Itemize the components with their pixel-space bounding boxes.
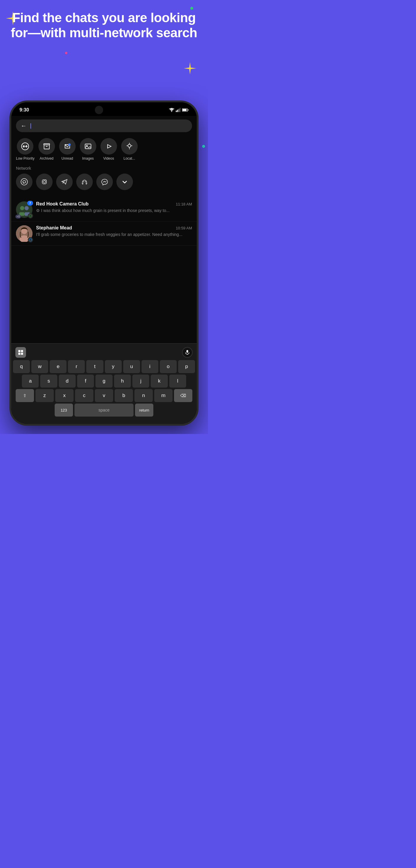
avatar-count: +8: [15, 215, 21, 218]
chat-preview: ⚙ I was think about how much grain is pr…: [36, 208, 192, 214]
svg-point-28: [83, 182, 84, 182]
delete-key[interactable]: ⌫: [174, 389, 192, 402]
low-priority-icon: [17, 138, 33, 155]
key-m[interactable]: m: [154, 389, 172, 402]
back-button[interactable]: ←: [21, 122, 27, 129]
filter-archived[interactable]: Archived: [38, 138, 55, 160]
keyboard-mic-button[interactable]: [182, 347, 193, 358]
chat-item[interactable]: +8 7 Red Hook Camera Club: [11, 198, 197, 222]
status-bar: 9:30: [11, 102, 197, 116]
svg-rect-41: [21, 350, 23, 352]
svg-rect-24: [42, 180, 46, 184]
key-b[interactable]: b: [115, 389, 133, 402]
chat-content-2: Stephanie Mead 10:59 AM I'll grab some g…: [36, 225, 192, 238]
key-u[interactable]: u: [123, 360, 140, 373]
svg-marker-17: [107, 145, 111, 148]
key-x[interactable]: x: [55, 389, 73, 402]
svg-rect-1: [176, 111, 177, 112]
key-y[interactable]: y: [105, 360, 122, 373]
key-p[interactable]: p: [178, 360, 195, 373]
svg-rect-42: [18, 353, 21, 355]
key-g[interactable]: g: [95, 375, 112, 388]
search-input[interactable]: [30, 123, 187, 129]
chat-name-2: Stephanie Mead: [36, 225, 72, 230]
dot-pink: [65, 52, 67, 54]
svg-point-14: [68, 144, 71, 146]
whatsapp-badge: [28, 213, 33, 218]
key-d[interactable]: d: [59, 375, 76, 388]
unread-icon: [59, 138, 76, 155]
space-key[interactable]: space: [74, 404, 133, 416]
status-icons: [169, 108, 189, 112]
key-o[interactable]: o: [160, 360, 177, 373]
phone-content: ←: [11, 116, 197, 422]
key-v[interactable]: v: [95, 389, 113, 402]
key-n[interactable]: n: [134, 389, 153, 402]
archived-icon: [38, 138, 55, 155]
whatsapp-network[interactable]: [16, 174, 32, 190]
search-cursor: [30, 123, 31, 129]
key-j[interactable]: j: [132, 375, 149, 388]
svg-point-23: [21, 179, 28, 185]
key-a[interactable]: a: [22, 375, 39, 388]
key-q[interactable]: q: [13, 360, 30, 373]
svg-point-18: [128, 144, 131, 147]
svg-point-29: [85, 182, 86, 182]
telegram-network[interactable]: [56, 174, 73, 190]
filter-images[interactable]: Images: [79, 138, 97, 160]
chat-avatar-wrapper-2: [16, 225, 32, 242]
svg-rect-4: [180, 108, 181, 112]
key-row-2: a s d f g h j k l: [13, 375, 195, 388]
key-i[interactable]: i: [141, 360, 158, 373]
filter-row: Low Priority Archived: [11, 138, 197, 160]
key-r[interactable]: r: [68, 360, 85, 373]
discord-network[interactable]: [76, 174, 93, 190]
key-z[interactable]: z: [35, 389, 54, 402]
return-key[interactable]: return: [135, 404, 153, 416]
more-networks[interactable]: [117, 174, 133, 190]
chat-time: 11:18 AM: [176, 202, 192, 206]
svg-rect-15: [85, 144, 91, 149]
key-c[interactable]: c: [75, 389, 93, 402]
images-icon: [80, 138, 96, 155]
keyboard-grid-button[interactable]: [15, 347, 26, 358]
images-label: Images: [82, 156, 94, 160]
key-f[interactable]: f: [77, 375, 94, 388]
filter-low-priority[interactable]: Low Priority: [16, 138, 35, 160]
numbers-key[interactable]: 123: [55, 404, 73, 416]
key-l[interactable]: l: [169, 375, 186, 388]
sparkle-bottom-right: [184, 62, 196, 74]
keyboard: q w e r t y u i o p a s d f g: [11, 343, 197, 422]
filter-location[interactable]: Locat...: [121, 138, 138, 160]
telegram-badge: [28, 237, 33, 242]
key-h[interactable]: h: [114, 375, 131, 388]
shift-key[interactable]: ⇧: [15, 389, 34, 402]
key-row-4: 123 space return: [13, 404, 195, 416]
videos-icon: [100, 138, 117, 155]
filter-unread[interactable]: Unread: [59, 138, 76, 160]
svg-point-31: [20, 206, 24, 210]
key-k[interactable]: k: [151, 375, 167, 388]
svg-point-0: [171, 111, 172, 112]
svg-rect-2: [177, 110, 178, 112]
svg-rect-43: [21, 353, 23, 355]
key-s[interactable]: s: [40, 375, 57, 388]
chat-item[interactable]: Stephanie Mead 10:59 AM I'll grab some g…: [11, 222, 197, 246]
phone-shell: 9:30: [9, 100, 198, 426]
key-t[interactable]: t: [86, 360, 103, 373]
keyboard-toolbar: [13, 346, 195, 360]
chat-header-2: Stephanie Mead 10:59 AM: [36, 225, 192, 230]
key-e[interactable]: e: [50, 360, 66, 373]
key-w[interactable]: w: [31, 360, 48, 373]
low-priority-label: Low Priority: [16, 156, 35, 160]
messenger-network[interactable]: [96, 174, 113, 190]
wifi-icon: [169, 108, 174, 112]
network-row: [16, 174, 192, 190]
search-bar[interactable]: ←: [16, 119, 192, 132]
instagram-network[interactable]: [36, 174, 53, 190]
svg-point-26: [46, 180, 46, 180]
svg-rect-12: [44, 145, 49, 149]
network-label: Network: [16, 166, 192, 170]
svg-rect-40: [18, 350, 21, 352]
filter-videos[interactable]: Videos: [100, 138, 117, 160]
